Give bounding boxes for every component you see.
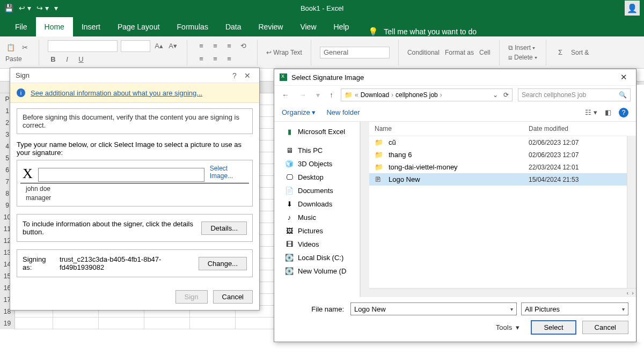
tab-review[interactable]: Review <box>250 17 292 36</box>
new-folder-button[interactable]: New folder <box>326 108 360 116</box>
preview-pane-icon[interactable]: ◧ <box>605 108 611 116</box>
align-right-icon[interactable]: ≡ <box>224 54 235 64</box>
font-select[interactable] <box>48 40 118 52</box>
chevron-down-icon[interactable]: ⌄ <box>493 91 498 99</box>
align-top-icon[interactable]: ≡ <box>196 41 207 51</box>
list-scrollbar[interactable] <box>627 136 636 288</box>
tab-insert[interactable]: Insert <box>73 17 109 36</box>
nav-back-icon[interactable]: ← <box>280 91 291 99</box>
tree-item-3d[interactable]: 🧊3D Objects <box>274 157 360 171</box>
help-icon[interactable]: ? <box>228 71 241 80</box>
tab-help[interactable]: Help <box>325 17 358 36</box>
autosum-icon[interactable]: Σ <box>555 47 566 58</box>
user-avatar[interactable]: 👤 <box>625 1 640 16</box>
change-button[interactable]: Change... <box>199 257 247 270</box>
tools-menu[interactable]: Tools ▾ <box>496 323 520 331</box>
ribbon-body: 📋✂ Paste A▴A▾ BIU ≡≡≡⟲ ≡≡≡ ↩ Wrap Text G… <box>0 36 644 69</box>
search-icon: 🔍 <box>619 91 627 99</box>
list-scrollbar-h[interactable]: ‹ › <box>369 288 636 297</box>
tree-item-desktop[interactable]: 🖵Desktop <box>274 171 360 184</box>
file-row[interactable]: 📁tong-dai-viettel-money22/03/2024 12:01 <box>369 161 636 173</box>
save-icon[interactable]: 💾 <box>4 4 13 12</box>
sign-dialog: Sign ? ✕ i See additional information ab… <box>10 68 260 311</box>
tab-formulas[interactable]: Formulas <box>169 17 217 36</box>
filename-input[interactable]: Logo New▾ <box>350 302 517 315</box>
paste-icon[interactable]: 📋 <box>5 42 16 53</box>
nav-forward-icon[interactable]: → <box>297 91 309 99</box>
sign-dialog-title: Sign <box>16 71 30 79</box>
font-size-select[interactable] <box>121 40 150 52</box>
decrease-font-icon[interactable]: A▾ <box>167 41 178 51</box>
view-icon[interactable]: ☷ ▾ <box>585 108 597 116</box>
help-icon[interactable]: ? <box>619 108 628 117</box>
cells-delete[interactable]: ⧆ Delete ▾ <box>508 54 537 61</box>
file-type-filter[interactable]: All Pictures▾ <box>521 302 628 315</box>
sort-filter[interactable]: Sort & <box>571 49 589 56</box>
signature-input[interactable] <box>38 168 204 182</box>
chevron-down-icon[interactable]: ▾ <box>622 306 625 312</box>
tab-view[interactable]: View <box>291 17 325 36</box>
underline-icon[interactable]: U <box>76 54 86 65</box>
cells-insert[interactable]: ⧉ Insert ▾ <box>508 44 537 51</box>
bold-icon[interactable]: B <box>48 54 58 65</box>
nav-recent-icon[interactable]: ▾ <box>314 91 322 99</box>
format-as-table[interactable]: Format as <box>445 49 474 56</box>
tab-data[interactable]: Data <box>217 17 250 36</box>
details-button[interactable]: Details... <box>201 221 247 235</box>
info-link[interactable]: See additional information about what yo… <box>31 89 202 97</box>
align-left-icon[interactable]: ≡ <box>196 54 207 64</box>
number-format-select[interactable]: General <box>320 47 390 58</box>
tree-item-downloads[interactable]: ⬇Downloads <box>274 197 360 211</box>
col-date[interactable]: Date modified <box>529 125 631 132</box>
select-image-link[interactable]: Select Image... <box>208 162 249 182</box>
tree-item-this-pc[interactable]: 🖥This PC <box>274 144 360 157</box>
refresh-icon[interactable]: ⟳ <box>500 91 509 99</box>
conditional-fmt[interactable]: Conditional <box>407 49 440 56</box>
align-mid-icon[interactable]: ≡ <box>210 41 221 51</box>
file-row[interactable]: 📁thang 602/06/2023 12:07 <box>369 149 636 161</box>
file-row[interactable]: 📁cũ02/06/2023 12:07 <box>369 136 636 149</box>
tab-home[interactable]: Home <box>36 17 73 36</box>
italic-icon[interactable]: I <box>62 54 72 65</box>
tell-me[interactable]: Tell me what you want to do <box>384 27 477 36</box>
breadcrumb[interactable]: cellphoneS job <box>396 91 438 99</box>
paste-label: Paste <box>5 55 30 63</box>
orientation-icon[interactable]: ⟲ <box>238 41 248 51</box>
increase-font-icon[interactable]: A▴ <box>153 41 164 51</box>
search-input[interactable]: Search cellphoneS job 🔍 <box>518 88 631 101</box>
tab-file[interactable]: File <box>6 17 36 36</box>
wrap-text[interactable]: ↩ Wrap Text <box>266 49 302 56</box>
pc-icon: 🖥 <box>285 146 294 154</box>
tree-scrollbar[interactable] <box>360 122 369 297</box>
breadcrumb[interactable]: Download <box>361 91 389 99</box>
sign-button[interactable]: Sign <box>175 290 208 304</box>
align-center-icon[interactable]: ≡ <box>210 54 221 64</box>
undo-icon[interactable]: ↩ ▾ <box>19 4 31 12</box>
tree-item-pictures[interactable]: 🖼Pictures <box>274 224 360 238</box>
close-icon[interactable]: ✕ <box>241 71 254 80</box>
tree-item-excel[interactable]: ▮Microsoft Excel <box>274 125 360 138</box>
tree-item-ddrive[interactable]: 💽New Volume (D <box>274 264 360 278</box>
align-bot-icon[interactable]: ≡ <box>224 41 235 51</box>
tree-item-music[interactable]: ♪Music <box>274 211 360 224</box>
cut-icon[interactable]: ✂ <box>19 42 30 53</box>
tab-page-layout[interactable]: Page Layout <box>109 17 169 36</box>
chevron-down-icon[interactable]: ▾ <box>510 306 513 312</box>
tree-item-videos[interactable]: 🎞Videos <box>274 238 360 251</box>
row-header[interactable]: 19 <box>0 317 15 329</box>
tree-item-cdrive[interactable]: 💽Local Disk (C:) <box>274 251 360 264</box>
close-icon[interactable]: ✕ <box>617 72 631 82</box>
organize-menu[interactable]: Organize ▾ <box>282 108 316 116</box>
select-button[interactable]: Select <box>531 321 575 334</box>
cell-styles[interactable]: Cell <box>479 49 491 56</box>
tree-item-documents[interactable]: 📄Documents <box>274 184 360 197</box>
nav-up-icon[interactable]: ↑ <box>327 91 335 99</box>
file-row-selected[interactable]: 🖹Logo New15/04/2024 21:53 <box>369 173 636 186</box>
col-name[interactable]: Name <box>375 125 529 132</box>
address-bar[interactable]: 📁 « Download› cellphoneS job› ⌄ ⟳ <box>341 88 513 101</box>
file-list: 📁cũ02/06/2023 12:07 📁thang 602/06/2023 1… <box>369 136 636 288</box>
qat-more-icon[interactable]: ▾ <box>54 4 58 12</box>
redo-icon[interactable]: ↪ ▾ <box>36 4 49 12</box>
picker-cancel-button[interactable]: Cancel <box>582 321 628 334</box>
sign-cancel-button[interactable]: Cancel <box>213 290 253 304</box>
